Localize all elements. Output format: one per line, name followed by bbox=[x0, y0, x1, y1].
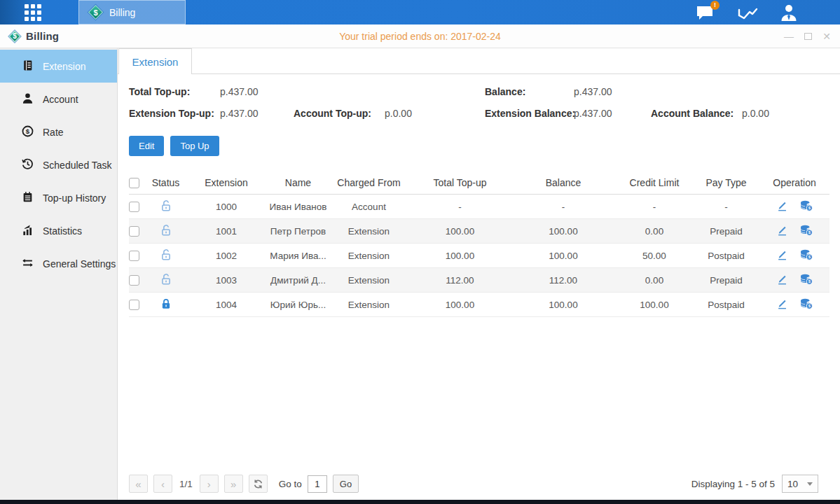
extension-cell: 1001 bbox=[185, 226, 268, 237]
go-button[interactable]: Go bbox=[333, 475, 359, 493]
charged-from-cell: Account bbox=[329, 202, 409, 212]
credit-limit-cell: 50.00 bbox=[616, 251, 693, 261]
charged-from-cell: Extension bbox=[329, 275, 409, 286]
topup-button[interactable]: Top Up bbox=[170, 136, 219, 156]
close-icon[interactable]: ✕ bbox=[820, 30, 833, 43]
column-header-name: Name bbox=[268, 177, 329, 188]
sidebar-item-label: Top-up History bbox=[43, 192, 106, 204]
edit-icon[interactable] bbox=[776, 224, 788, 237]
column-header-total-top-up: Total Top-up bbox=[409, 177, 511, 188]
column-header-pay-type: Pay Type bbox=[693, 177, 759, 188]
minimize-icon[interactable]: — bbox=[783, 30, 795, 43]
select-all-checkbox[interactable] bbox=[129, 178, 139, 188]
bar-chart-icon bbox=[22, 224, 34, 238]
balance-cell: 100.00 bbox=[511, 300, 616, 310]
extension-balance-label: Extension Balance: bbox=[485, 108, 575, 119]
sidebar-item-account[interactable]: Account bbox=[0, 83, 117, 115]
billing-window-icon bbox=[8, 30, 21, 43]
displaying-text: Displaying 1 - 5 of 5 bbox=[691, 479, 775, 489]
row-checkbox[interactable] bbox=[129, 226, 139, 237]
chevron-down-icon bbox=[807, 482, 813, 486]
analytics-icon[interactable] bbox=[736, 3, 763, 22]
credit-limit-cell: - bbox=[616, 202, 693, 212]
next-page-button[interactable]: › bbox=[200, 475, 219, 493]
topup-coins-icon[interactable]: $ bbox=[799, 248, 813, 261]
topup-coins-icon[interactable]: $ bbox=[799, 200, 813, 212]
user-account-icon[interactable] bbox=[778, 3, 805, 22]
row-checkbox[interactable] bbox=[129, 275, 139, 286]
sidebar-item-general-settings[interactable]: General Settings bbox=[0, 247, 117, 280]
credit-limit-cell: 100.00 bbox=[616, 300, 693, 310]
edit-icon[interactable] bbox=[776, 200, 788, 212]
balance-summary: Total Top-up: p.437.00 Balance: p.437.00… bbox=[118, 74, 840, 133]
table-row: 1004Юрий Юрь...Extension100.00100.00100.… bbox=[129, 293, 829, 317]
total-topup-cell: 100.00 bbox=[409, 300, 511, 310]
balance-value: p.437.00 bbox=[574, 86, 612, 97]
topup-coins-icon[interactable]: $ bbox=[799, 273, 813, 286]
pay-type-cell: Postpaid bbox=[693, 251, 759, 261]
screen-bottom-edge bbox=[0, 500, 840, 504]
column-header-operation: Operation bbox=[759, 177, 829, 188]
messages-icon[interactable]: ! bbox=[694, 3, 721, 22]
extension-cell: 1002 bbox=[185, 251, 268, 261]
row-checkbox[interactable] bbox=[129, 300, 139, 310]
table-row: 1002Мария Ива...Extension100.00100.0050.… bbox=[129, 244, 829, 268]
edit-button[interactable]: Edit bbox=[129, 136, 164, 156]
topup-coins-icon[interactable]: $ bbox=[799, 224, 813, 237]
balance-label: Balance: bbox=[485, 86, 525, 97]
trial-notice: Your trial period ends on: 2017-02-24 bbox=[0, 31, 840, 42]
row-checkbox[interactable] bbox=[129, 202, 139, 212]
total-topup-label: Total Top-up: bbox=[129, 86, 190, 97]
extension-table: StatusExtensionNameCharged FromTotal Top… bbox=[129, 172, 829, 317]
notepad-icon bbox=[22, 191, 34, 205]
table-row: 1000Иван ИвановAccount----$ bbox=[129, 195, 829, 219]
edit-icon[interactable] bbox=[776, 298, 788, 310]
topup-coins-icon[interactable]: $ bbox=[799, 298, 813, 310]
sidebar-item-extension[interactable]: Extension bbox=[0, 50, 117, 83]
charged-from-cell: Extension bbox=[329, 226, 409, 237]
page-size-select[interactable]: 10 bbox=[782, 475, 818, 493]
main-content: Extension Total Top-up: p.437.00 Balance… bbox=[118, 48, 840, 500]
balance-cell: 100.00 bbox=[511, 226, 616, 237]
dollar-circle-icon: $ bbox=[22, 125, 34, 139]
extension-balance-value: p.437.00 bbox=[574, 108, 612, 119]
pay-type-cell: Prepaid bbox=[693, 226, 759, 237]
page-size-value: 10 bbox=[787, 479, 798, 489]
ledger-icon bbox=[22, 59, 34, 74]
column-header-balance: Balance bbox=[511, 177, 616, 188]
first-page-button[interactable]: « bbox=[129, 475, 148, 493]
edit-icon[interactable] bbox=[776, 273, 788, 286]
taskbar-tab-billing[interactable]: Billing bbox=[78, 0, 186, 24]
table-row: 1003Дмитрий Д...Extension112.00112.000.0… bbox=[129, 268, 829, 293]
prev-page-button[interactable]: ‹ bbox=[153, 475, 172, 493]
goto-page-input[interactable] bbox=[308, 475, 327, 493]
account-balance-value: p.0.00 bbox=[742, 108, 769, 119]
sidebar-item-scheduled-task[interactable]: Scheduled Task bbox=[0, 148, 117, 181]
maximize-icon[interactable] bbox=[801, 30, 814, 43]
sidebar-item-rate[interactable]: $Rate bbox=[0, 115, 117, 148]
tab-extension[interactable]: Extension bbox=[118, 48, 192, 74]
notification-badge: ! bbox=[710, 1, 719, 10]
sidebar-item-top-up-history[interactable]: Top-up History bbox=[0, 181, 117, 214]
row-checkbox[interactable] bbox=[129, 251, 139, 261]
total-topup-cell: 100.00 bbox=[409, 226, 511, 237]
pay-type-cell: Prepaid bbox=[693, 275, 759, 286]
pay-type-cell: - bbox=[693, 202, 759, 212]
sidebar-item-statistics[interactable]: Statistics bbox=[0, 214, 117, 247]
pagination-bar: « ‹ 1/1 › » Go to Go Displaying 1 - 5 of… bbox=[129, 475, 830, 493]
unlocked-padlock-icon bbox=[160, 204, 172, 214]
taskbar-tab-label: Billing bbox=[109, 7, 135, 18]
refresh-icon[interactable] bbox=[249, 475, 268, 493]
locked-padlock-icon bbox=[160, 302, 172, 312]
sidebar: ExtensionAccount$RateScheduled TaskTop-u… bbox=[0, 48, 118, 500]
balance-cell: 112.00 bbox=[511, 275, 616, 286]
extension-cell: 1000 bbox=[185, 202, 268, 212]
sidebar-item-label: Extension bbox=[43, 61, 85, 72]
account-topup-value: p.0.00 bbox=[385, 108, 412, 119]
edit-icon[interactable] bbox=[776, 248, 788, 261]
app-launcher-icon[interactable] bbox=[25, 4, 41, 21]
last-page-button[interactable]: » bbox=[224, 475, 243, 493]
total-topup-cell: 112.00 bbox=[409, 275, 511, 286]
name-cell: Дмитрий Д... bbox=[268, 275, 329, 286]
name-cell: Мария Ива... bbox=[268, 251, 329, 261]
